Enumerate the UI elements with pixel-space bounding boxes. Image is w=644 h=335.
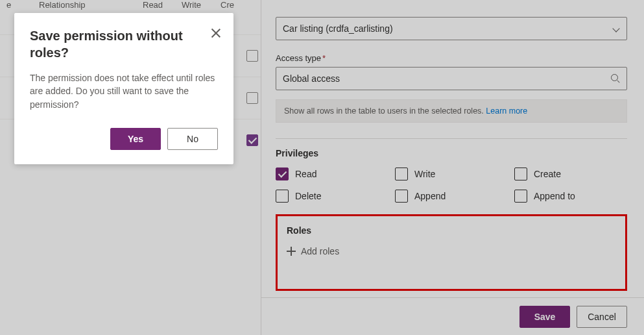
dialog-body: The permission does not take effect unti… — [30, 71, 218, 111]
dialog-title: Save permission without roles? — [30, 27, 218, 61]
dialog-actions: Yes No — [30, 128, 218, 150]
confirm-save-dialog: Save permission without roles? The permi… — [14, 13, 233, 164]
dialog-yes-button[interactable]: Yes — [110, 128, 161, 150]
close-icon[interactable] — [210, 27, 222, 39]
dialog-no-button[interactable]: No — [167, 128, 218, 150]
